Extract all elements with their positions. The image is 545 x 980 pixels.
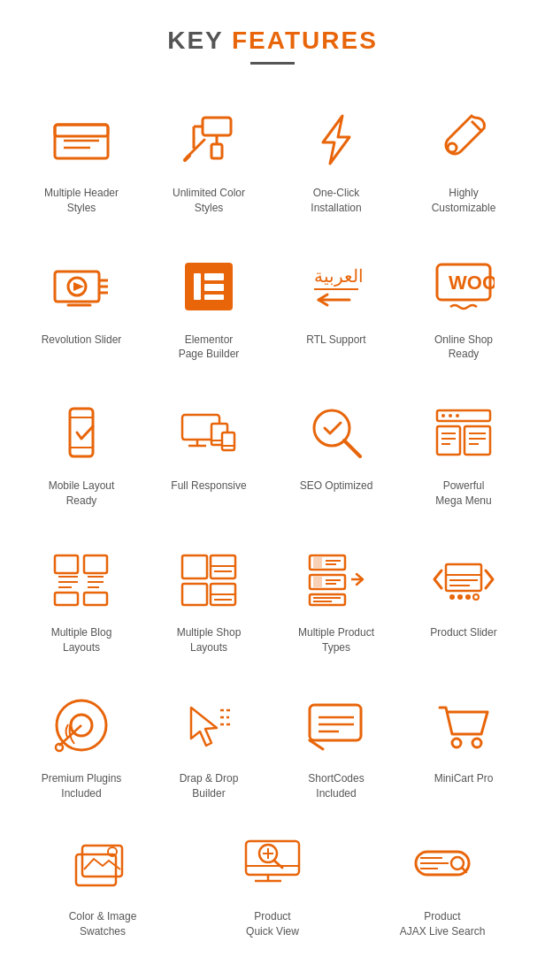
feature-product-slider: Product Slider (400, 531, 527, 669)
mega-menu-icon (428, 397, 499, 468)
header-styles-icon (46, 104, 117, 175)
feature-product-quick-view: ProductQuick View (188, 815, 357, 953)
drag-drop-icon (173, 690, 244, 761)
woo-icon: WOO (428, 251, 499, 322)
svg-rect-25 (204, 284, 224, 291)
svg-rect-76 (313, 557, 322, 568)
feature-drag-drop-builder: Drap & DropBuilder (145, 677, 272, 815)
feature-label: ProductQuick View (246, 909, 299, 939)
feature-multiple-product-types: Multiple ProductTypes (272, 531, 400, 669)
svg-marker-99 (191, 708, 217, 746)
minicart-icon (428, 690, 499, 761)
svg-point-12 (448, 143, 457, 152)
feature-revolution-slider: Revolution Slider (18, 238, 145, 376)
title-key: KEY (167, 27, 223, 54)
svg-rect-91 (446, 564, 481, 591)
svg-rect-57 (55, 555, 78, 573)
feature-rtl-support: العربية RTL Support (272, 238, 400, 376)
feature-label: RTL Support (306, 333, 365, 348)
svg-line-44 (344, 440, 360, 456)
feature-label: MiniCart Pro (434, 771, 494, 786)
feature-multiple-shop-layouts: Multiple ShopLayouts (145, 531, 272, 669)
feature-label: Online ShopReady (434, 333, 493, 363)
svg-text:العربية: العربية (314, 266, 364, 287)
feature-label: Multiple BlogLayouts (51, 625, 112, 655)
feature-label: Multiple ShopLayouts (177, 625, 242, 655)
feature-label: Multiple HeaderStyles (44, 186, 119, 216)
svg-rect-80 (313, 577, 322, 587)
svg-point-48 (456, 414, 459, 417)
feature-label: Drap & DropBuilder (180, 771, 239, 801)
feature-label: ProductAJAX Live Search (400, 909, 486, 939)
revolution-slider-icon (46, 251, 117, 322)
svg-rect-32 (70, 409, 93, 456)
header-divider (250, 62, 295, 65)
svg-rect-65 (55, 593, 78, 605)
feature-label: Color & ImageSwatches (69, 909, 137, 939)
svg-point-90 (473, 594, 479, 600)
feature-full-responsive: Full Responsive (145, 384, 272, 522)
feature-label: SEO Optimized (300, 479, 373, 494)
feature-label: Mobile LayoutReady (49, 479, 115, 509)
page-title: KEY FEATURES (18, 27, 527, 55)
swatches-icon (67, 828, 138, 899)
feature-color-image-swatches: Color & ImageSwatches (18, 815, 188, 953)
svg-marker-11 (323, 116, 349, 164)
svg-rect-4 (203, 118, 231, 135)
svg-marker-16 (73, 282, 84, 291)
svg-point-109 (472, 739, 481, 747)
feature-label: PowerfulMega Menu (435, 479, 491, 509)
color-styles-icon (173, 104, 244, 175)
feature-label: ShortCodesIncluded (308, 771, 364, 801)
svg-rect-83 (310, 594, 345, 605)
feature-elementor: ElementorPage Builder (145, 238, 272, 376)
title-features: FEATURES (223, 27, 378, 54)
feature-label: One-ClickInstallation (311, 186, 361, 216)
svg-rect-49 (437, 426, 460, 455)
svg-point-89 (465, 594, 471, 600)
rtl-icon: العربية (301, 251, 372, 322)
feature-minicart-pro: MiniCart Pro (400, 677, 527, 815)
features-grid-row-last: Color & ImageSwatches ProductQuick V (18, 815, 527, 953)
svg-rect-23 (194, 273, 201, 300)
svg-rect-6 (211, 144, 222, 158)
svg-line-13 (472, 121, 482, 132)
svg-point-47 (449, 414, 452, 417)
feature-unlimited-color-styles: Unlimited ColorStyles (145, 91, 272, 229)
svg-point-108 (452, 739, 461, 747)
feature-label: Unlimited ColorStyles (173, 186, 245, 216)
feature-highly-customizable: HighlyCustomizable (400, 91, 527, 229)
feature-online-shop-ready: WOO Online ShopReady (400, 238, 527, 376)
responsive-icon (173, 397, 244, 468)
svg-rect-103 (310, 705, 361, 740)
page-header: KEY FEATURES (18, 27, 527, 65)
shop-layouts-icon (173, 544, 244, 615)
feature-multiple-header-styles: Multiple HeaderStyles (18, 91, 145, 229)
feature-powerful-mega-menu: PowerfulMega Menu (400, 384, 527, 522)
quick-view-icon (237, 828, 308, 899)
feature-product-ajax-search: ProductAJAX Live Search (357, 815, 527, 953)
svg-rect-67 (182, 555, 207, 578)
feature-label: Multiple ProductTypes (298, 625, 374, 655)
feature-shortcodes-included: ShortCodesIncluded (272, 677, 400, 815)
elementor-icon (173, 251, 244, 322)
svg-line-126 (462, 868, 466, 872)
svg-rect-66 (84, 593, 107, 605)
mobile-icon (46, 397, 117, 468)
feature-premium-plugins-included: Premium PluginsIncluded (18, 677, 145, 815)
feature-mobile-layout-ready: Mobile LayoutReady (18, 384, 145, 522)
one-click-icon (301, 104, 372, 175)
features-grid-row1: Multiple HeaderStyles Unlimited ColorSty… (18, 91, 527, 815)
feature-one-click-installation: One-ClickInstallation (272, 91, 400, 229)
svg-line-10 (185, 156, 189, 160)
svg-rect-71 (182, 584, 207, 605)
shortcodes-icon (301, 690, 372, 761)
svg-rect-24 (204, 273, 224, 280)
feature-seo-optimized: SEO Optimized (272, 384, 400, 522)
feature-multiple-blog-layouts: Multiple BlogLayouts (18, 531, 145, 669)
feature-label: Revolution Slider (42, 333, 122, 348)
svg-text:WOO: WOO (449, 272, 495, 294)
svg-rect-41 (222, 433, 234, 450)
svg-point-88 (457, 594, 463, 600)
customizable-icon (428, 104, 499, 175)
